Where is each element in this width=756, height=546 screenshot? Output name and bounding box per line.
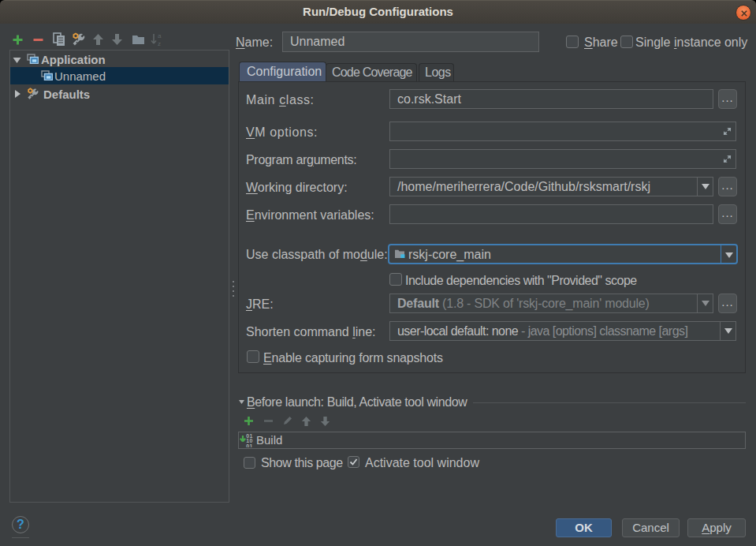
svg-text:a: a: [158, 32, 162, 39]
svg-text:01: 01: [246, 443, 253, 447]
svg-text:z: z: [158, 40, 161, 47]
